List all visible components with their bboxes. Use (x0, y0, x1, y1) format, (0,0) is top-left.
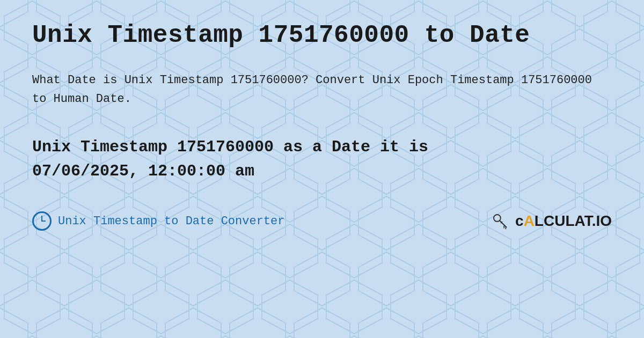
page-description: What Date is Unix Timestamp 1751760000? … (32, 71, 612, 108)
svg-line-5 (500, 221, 507, 228)
footer: Unix Timestamp to Date Converter cALCULA… (32, 210, 612, 232)
brand-icon (489, 210, 511, 232)
clock-icon (32, 211, 52, 231)
converter-label: Unix Timestamp to Date Converter (58, 215, 284, 228)
page-title: Unix Timestamp 1751760000 to Date (32, 21, 612, 49)
result-date: 07/06/2025, 12:00:00 am (32, 162, 254, 180)
result-section: Unix Timestamp 1751760000 as a Date it i… (32, 135, 612, 183)
brand-name: cALCULAT.IO (515, 212, 612, 230)
result-line1: Unix Timestamp 1751760000 as a Date it i… (32, 138, 428, 156)
footer-left: Unix Timestamp to Date Converter (32, 211, 284, 231)
svg-point-4 (494, 215, 501, 222)
footer-right: cALCULAT.IO (489, 210, 612, 232)
